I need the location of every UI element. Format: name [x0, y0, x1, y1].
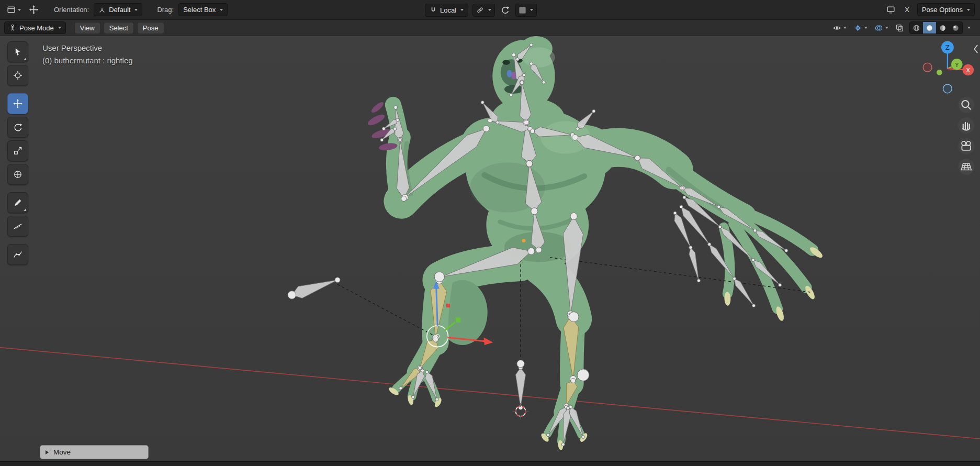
navigation-gizmo[interactable]: Z Y X: [923, 41, 974, 93]
tool-tweak-select[interactable]: [7, 41, 28, 62]
solid-sphere-icon: [926, 24, 933, 32]
object-origin-dot: [522, 239, 525, 242]
display-icon: [886, 5, 895, 14]
chevron-down-icon: [967, 9, 970, 11]
shading-material-button[interactable]: [936, 21, 949, 34]
xray-icon: [895, 24, 904, 32]
pose-mode-icon: [9, 24, 16, 31]
pan-button[interactable]: [958, 117, 974, 134]
tool-measure[interactable]: [7, 216, 28, 237]
tool-transform[interactable]: [7, 164, 28, 185]
operator-panel-move[interactable]: Move: [40, 445, 149, 459]
chevron-down-icon: [460, 9, 464, 11]
move-tool-icon: [29, 5, 39, 15]
gizmos-dropdown[interactable]: [852, 23, 869, 34]
orientation-dropdown[interactable]: Default: [94, 3, 142, 16]
link-icon: [476, 6, 484, 14]
scale-icon: [13, 146, 23, 156]
viewport-header: Pose Mode View Select Pose: [0, 20, 980, 36]
camera-view-button[interactable]: [958, 138, 974, 154]
axis-ball-y-neg[interactable]: [937, 70, 942, 75]
falloff-dropdown[interactable]: [515, 4, 537, 17]
tool-pose-breakdowner[interactable]: [7, 244, 28, 265]
proportional-editing-icon: [501, 6, 510, 15]
chevron-down-icon: [134, 9, 138, 11]
visibility-dropdown[interactable]: [831, 23, 848, 34]
topbar: Orientation: Default Drag: Select Box Lo…: [0, 0, 980, 20]
viewport-canvas[interactable]: Z Y X: [0, 36, 980, 461]
zoom-button[interactable]: [958, 97, 974, 113]
subtool-indicator: [24, 208, 26, 211]
axis-label-x: X: [966, 67, 971, 74]
3d-cursor: [513, 403, 529, 419]
orientation-label: Orientation:: [54, 6, 89, 14]
viewport-3d[interactable]: Z Y X: [0, 36, 980, 461]
shading-solid-button[interactable]: [923, 21, 936, 34]
tool-shelf: [7, 41, 28, 268]
axis-ball-z-neg[interactable]: [943, 84, 952, 93]
editor-type-icon: [7, 5, 16, 14]
chevron-down-icon: [18, 9, 21, 11]
proportional-editing-toggle[interactable]: [499, 5, 511, 16]
snap-dropdown[interactable]: Local: [425, 4, 468, 17]
rotate-icon: [13, 122, 23, 132]
snap-value: Local: [440, 6, 456, 14]
close-button[interactable]: X: [902, 5, 913, 15]
snap-magnet-icon: [430, 6, 437, 14]
material-sphere-icon: [939, 24, 947, 32]
shading-mode-group: [909, 21, 963, 34]
header-right-cluster: [831, 21, 976, 34]
chevron-down-icon: [885, 27, 888, 29]
tool-cursor[interactable]: [7, 65, 28, 86]
sidebar-toggle-arrow[interactable]: [974, 45, 977, 53]
axis-ball-x-neg[interactable]: [923, 63, 932, 72]
mode-value: Pose Mode: [19, 24, 54, 32]
orthographic-toggle-button[interactable]: [958, 159, 974, 175]
transform-icon: [13, 169, 23, 180]
active-object-label: (0) buthermutant : rightleg: [42, 56, 133, 65]
menu-select[interactable]: Select: [104, 22, 134, 34]
display-button[interactable]: [885, 4, 897, 15]
shading-rendered-button[interactable]: [949, 21, 962, 34]
tool-annotate[interactable]: [7, 192, 28, 213]
wireframe-sphere-icon: [913, 24, 920, 32]
axis-label-z: Z: [945, 44, 950, 51]
menu-view[interactable]: View: [74, 22, 100, 34]
xray-toggle[interactable]: [894, 23, 906, 34]
shading-wireframe-button[interactable]: [910, 21, 923, 34]
pose-options-dropdown[interactable]: Pose Options: [917, 3, 975, 16]
view-perspective-label: User Perspective: [42, 43, 102, 52]
topbar-center-cluster: Local: [425, 0, 537, 20]
topbar-right-cluster: X Pose Options: [885, 3, 975, 16]
chevron-down-icon: [58, 27, 61, 29]
grid-x-axis-line: [0, 348, 980, 439]
menu-pose[interactable]: Pose: [137, 22, 164, 34]
tool-scale[interactable]: [7, 140, 28, 161]
operator-panel-label: Move: [53, 448, 71, 456]
tool-move[interactable]: [7, 93, 28, 114]
overlays-dropdown[interactable]: [873, 23, 890, 34]
move-icon: [13, 98, 23, 109]
chevron-down-icon: [488, 9, 491, 11]
rendered-sphere-icon: [952, 24, 960, 32]
status-bar-strip: [0, 461, 980, 466]
subtool-indicator: [24, 58, 26, 60]
drag-value: Select Box: [183, 6, 216, 14]
mode-dropdown[interactable]: Pose Mode: [4, 21, 66, 34]
active-tool-indicator[interactable]: [27, 4, 40, 16]
creature-body[interactable]: [366, 36, 824, 450]
overlays-icon: [874, 24, 883, 32]
chevron-down-icon: [967, 27, 971, 29]
eye-icon: [832, 24, 841, 32]
drag-dropdown[interactable]: Select Box: [178, 3, 228, 16]
chevron-down-icon: [220, 9, 223, 11]
chevron-down-icon: [843, 27, 847, 29]
editor-type-button[interactable]: [5, 4, 22, 15]
orientation-icon: [98, 6, 106, 14]
select-cursor-icon: [13, 47, 23, 57]
tool-rotate[interactable]: [7, 117, 28, 138]
snap-with-dropdown[interactable]: [472, 4, 495, 17]
annotate-pencil-icon: [13, 197, 23, 208]
drag-label: Drag:: [157, 6, 174, 14]
3d-cursor-icon: [13, 70, 23, 81]
